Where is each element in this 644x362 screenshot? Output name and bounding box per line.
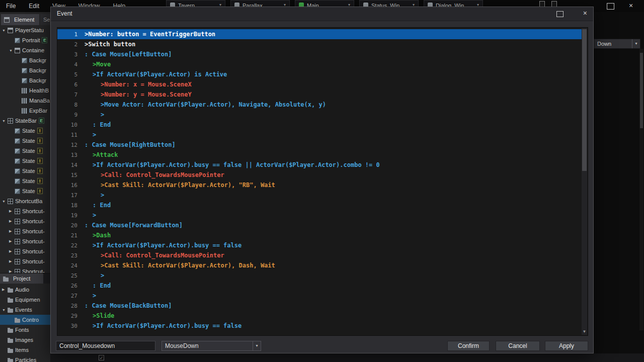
scroll-down-arrow[interactable]: ▼	[582, 329, 587, 335]
chevron-collapsed-icon[interactable]: ▶	[9, 239, 15, 243]
code-line-22[interactable]: 22>If ActorVar($Player.Actor).busy == fa…	[57, 240, 582, 250]
code-line-7[interactable]: 7>Number: y = Mouse.SceneY	[57, 89, 582, 100]
tree-item-contro[interactable]: Contro	[0, 315, 50, 325]
chevron-expanded-icon[interactable]: ▼	[2, 119, 8, 123]
window-maximize-button[interactable]	[607, 3, 614, 10]
tree-item-backgr[interactable]: Backgr	[0, 55, 50, 65]
tree-item-fonts[interactable]: Fonts	[0, 325, 50, 335]
tree-item-shortcut-[interactable]: ▶Shortcut-	[0, 256, 50, 266]
code-line-17[interactable]: 17>	[57, 190, 582, 200]
menu-edit[interactable]: Edit	[29, 3, 39, 10]
chevron-expanded-icon[interactable]: ▼	[9, 49, 15, 52]
menu-file[interactable]: File	[6, 3, 16, 10]
tree-item-expbar[interactable]: ExpBar	[0, 106, 50, 116]
tree-item-shortcut-[interactable]: ▶Shortcut-	[0, 246, 50, 256]
tree-item-state[interactable]: State!	[0, 166, 50, 176]
trigger-dropdown[interactable]: MouseDown ▾	[162, 341, 261, 351]
code-line-27[interactable]: 27>	[57, 291, 582, 301]
code-line-21[interactable]: 21>Dash	[57, 230, 582, 240]
tree-item-shortcut-[interactable]: ▶Shortcut-	[0, 206, 50, 216]
chevron-collapsed-icon[interactable]: ▶	[9, 229, 15, 233]
tree-item-healthb[interactable]: HealthB	[0, 85, 50, 96]
code-line-13[interactable]: 13>Attack	[57, 150, 582, 160]
tab-second[interactable]: Se	[40, 14, 50, 25]
dialog-maximize-button[interactable]	[556, 11, 564, 17]
code-line-23[interactable]: 23>Call: Control_TowardsMousePointer	[57, 250, 582, 260]
tree-item-playerstatu[interactable]: ▼PlayerStatu	[0, 25, 50, 35]
confirm-button[interactable]: Confirm	[447, 341, 490, 351]
tree-item-items[interactable]: Items	[0, 345, 50, 355]
grid-icon	[15, 239, 20, 244]
tab-project[interactable]: Project	[0, 274, 43, 284]
img-icon	[22, 78, 27, 83]
tree-item-backgr[interactable]: Backgr	[0, 65, 50, 75]
tree-item-shortcutba[interactable]: ▼ShortcutBa	[0, 196, 50, 206]
chevron-expanded-icon[interactable]: ▼	[2, 29, 8, 32]
code-line-5[interactable]: 5>If ActorVar($Player.Actor) is Active	[57, 69, 582, 79]
tree-item-equipmen[interactable]: Equipmen	[0, 295, 50, 305]
code-line-12[interactable]: 12: Case Mouse[RightButton]	[57, 140, 582, 150]
code-line-3[interactable]: 3: Case Mouse[LeftButton]	[57, 49, 582, 59]
chevron-collapsed-icon[interactable]: ▶	[9, 209, 15, 213]
tree-item-state[interactable]: State!	[0, 156, 50, 166]
tree-item-state[interactable]: State!	[0, 146, 50, 156]
apply-button[interactable]: Apply	[545, 341, 588, 351]
tree-item-events[interactable]: ▼Events	[0, 305, 50, 315]
window-close-button[interactable]: ×	[629, 2, 633, 10]
code-line-26[interactable]: 26: End	[57, 281, 582, 291]
tree-item-state[interactable]: State!	[0, 126, 50, 136]
tree-item-state[interactable]: State!	[0, 136, 50, 146]
code-line-11[interactable]: 11>	[57, 130, 582, 140]
code-line-6[interactable]: 6>Number: x = Mouse.SceneX	[57, 79, 582, 89]
code-line-29[interactable]: 29>Slide	[57, 311, 582, 321]
code-line-2[interactable]: 2>Switch button	[57, 39, 582, 49]
chevron-collapsed-icon[interactable]: ▶	[2, 288, 8, 292]
tree-item-particles[interactable]: Particles	[0, 355, 50, 362]
chevron-collapsed-icon[interactable]: ▶	[9, 259, 15, 263]
dialog-titlebar[interactable]: Event ×	[51, 7, 593, 21]
code-line-24[interactable]: 24>Cast Skill: ActorVar($Player.Actor), …	[57, 260, 582, 270]
tree-item-statebar[interactable]: ▼StateBarE	[0, 116, 50, 126]
tree-item-state[interactable]: State!	[0, 176, 50, 186]
dialog-close-button[interactable]: ×	[583, 9, 587, 17]
tree-item-images[interactable]: Images	[0, 335, 50, 345]
editor-scrollbar[interactable]: ▼	[582, 28, 587, 335]
tree-item-state[interactable]: State!	[0, 186, 50, 196]
tab-element[interactable]: Element	[1, 14, 39, 25]
code-line-1[interactable]: 1>Number: button = EventTriggerButton	[57, 29, 582, 39]
background-dropdown[interactable]: Down ▾	[594, 39, 640, 49]
scrollbar-thumb[interactable]	[582, 29, 587, 171]
chevron-collapsed-icon[interactable]: ▶	[9, 219, 15, 223]
code-line-4[interactable]: 4>Move	[57, 59, 582, 69]
event-name-input[interactable]	[56, 341, 155, 351]
tree-item-backgr[interactable]: Backgr	[0, 75, 50, 85]
code-line-25[interactable]: 25>	[57, 270, 582, 281]
tree-item-containe[interactable]: ▼Containe	[0, 45, 50, 55]
code-line-19[interactable]: 19>	[57, 210, 582, 220]
code-line-18[interactable]: 18: End	[57, 200, 582, 210]
code-line-16[interactable]: 16>Cast Skill: ActorVar($Player.Actor), …	[57, 180, 582, 190]
scrollbar-thumb[interactable]	[640, 53, 643, 128]
event-code-editor[interactable]: 1>Number: button = EventTriggerButton2>S…	[57, 27, 588, 336]
code-line-15[interactable]: 15>Call: Control_TowardsMousePointer	[57, 170, 582, 180]
tree-item-shortcut-[interactable]: ▶Shortcut-	[0, 216, 50, 226]
tree-item-shortcut-[interactable]: ▶Shortcut-	[0, 226, 50, 236]
code-line-14[interactable]: 14>If ActorVar($Player.Actor).busy == fa…	[57, 160, 582, 170]
tree-item-manaba[interactable]: ManaBa	[0, 96, 50, 106]
code-line-20[interactable]: 20: Case Mouse[ForwardButton]	[57, 220, 582, 230]
main-vertical-scrollbar[interactable]	[639, 49, 643, 330]
code-line-8[interactable]: 8>Move Actor: ActorVar($Player.Actor), N…	[57, 100, 582, 110]
chevron-collapsed-icon[interactable]: ▶	[9, 249, 15, 253]
chevron-expanded-icon[interactable]: ▼	[2, 308, 8, 312]
chevron-expanded-icon[interactable]: ▼	[2, 200, 8, 203]
code-line-9[interactable]: 9>	[57, 110, 582, 120]
code-line-10[interactable]: 10: End	[57, 120, 582, 130]
code-line-28[interactable]: 28: Case Mouse[BackButton]	[57, 301, 582, 311]
tree-item-shortcut-[interactable]: ▶Shortcut-	[0, 236, 50, 246]
checkbox-icon[interactable]: ✓	[99, 355, 104, 360]
tree-item-portrait[interactable]: PortraitE	[0, 35, 50, 45]
tree-item-audio[interactable]: ▶Audio	[0, 285, 50, 295]
tree-item-label: Shortcut-	[22, 208, 45, 214]
code-line-30[interactable]: 30>If ActorVar($Player.Actor).busy == fa…	[57, 321, 582, 331]
cancel-button[interactable]: Cancel	[496, 341, 540, 351]
